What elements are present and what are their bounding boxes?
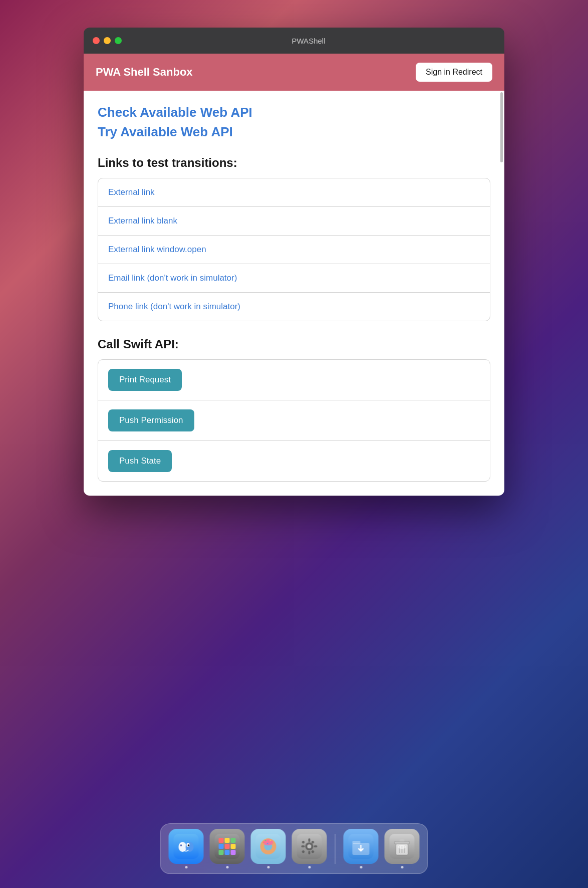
push-state-button[interactable]: Push State <box>108 450 172 472</box>
svg-rect-10 <box>231 838 236 843</box>
dock-divider <box>335 834 336 864</box>
email-link[interactable]: Email link (don't work in simulator) <box>98 264 490 293</box>
dock-item-trash[interactable] <box>385 829 420 868</box>
launchpad-dot <box>226 866 228 868</box>
dock <box>160 823 428 874</box>
app-title: PWA Shell Sanbox <box>96 66 193 79</box>
dock-item-syspref[interactable] <box>292 829 327 868</box>
check-web-api-link[interactable]: Check Available Web API <box>98 105 490 120</box>
donut-icon <box>251 829 286 864</box>
external-link-window-open[interactable]: External link window.open <box>98 236 490 264</box>
dock-item-donut[interactable] <box>251 829 286 868</box>
dock-item-launchpad[interactable] <box>210 829 245 868</box>
svg-rect-30 <box>302 845 305 847</box>
minimize-button[interactable] <box>104 37 111 44</box>
downloads-icon <box>344 829 379 864</box>
scrollbar-thumb[interactable] <box>500 92 503 162</box>
links-list: External link External link blank Extern… <box>98 178 490 321</box>
svg-rect-31 <box>314 845 318 847</box>
svg-point-20 <box>263 839 273 845</box>
maximize-button[interactable] <box>115 37 122 44</box>
external-link-blank[interactable]: External link blank <box>98 207 490 236</box>
svg-rect-28 <box>309 838 311 842</box>
print-request-item: Print Request <box>98 360 490 400</box>
svg-rect-29 <box>309 851 311 854</box>
try-web-api-link[interactable]: Try Available Web API <box>98 124 490 140</box>
svg-point-27 <box>308 844 312 848</box>
svg-rect-9 <box>225 838 230 843</box>
launchpad-icon <box>210 829 245 864</box>
svg-rect-42 <box>395 841 410 844</box>
svg-rect-13 <box>231 844 236 849</box>
links-section-title: Links to test transitions: <box>98 156 490 170</box>
api-buttons-list: Print Request Push Permission Push State <box>98 359 490 482</box>
finder-dot <box>185 866 187 868</box>
svg-rect-43 <box>400 839 405 841</box>
dock-container <box>160 823 428 874</box>
dock-item-finder[interactable] <box>169 829 204 868</box>
main-content: Check Available Web API Try Available We… <box>84 91 504 496</box>
donut-dot <box>267 866 269 868</box>
svg-rect-8 <box>219 838 224 843</box>
phone-link[interactable]: Phone link (don't work in simulator) <box>98 293 490 321</box>
svg-point-2 <box>186 842 194 852</box>
svg-rect-38 <box>353 841 361 844</box>
svg-point-6 <box>188 844 189 846</box>
svg-point-47 <box>398 845 406 849</box>
syspref-dot <box>308 866 311 868</box>
print-request-button[interactable]: Print Request <box>108 369 182 391</box>
traffic-lights <box>93 37 122 44</box>
content-scroll-area: Check Available Web API Try Available We… <box>84 91 504 496</box>
dock-item-downloads[interactable] <box>344 829 379 868</box>
external-link[interactable]: External link <box>98 178 490 207</box>
window-title: PWAShell <box>122 37 495 45</box>
title-bar: PWAShell <box>84 28 504 54</box>
push-permission-button[interactable]: Push Permission <box>108 409 194 431</box>
close-button[interactable] <box>93 37 100 44</box>
header-bar: PWA Shell Sanbox Sign in Redirect <box>84 54 504 91</box>
downloads-dot <box>360 866 362 868</box>
push-permission-item: Push Permission <box>98 400 490 441</box>
trash-dot <box>401 866 403 868</box>
svg-rect-16 <box>231 850 236 855</box>
trash-icon <box>385 829 420 864</box>
svg-rect-12 <box>225 844 230 849</box>
svg-point-1 <box>179 842 187 852</box>
svg-point-4 <box>180 844 182 846</box>
app-window: PWAShell PWA Shell Sanbox Sign in Redire… <box>84 28 504 496</box>
push-state-item: Push State <box>98 441 490 481</box>
svg-rect-11 <box>219 844 224 849</box>
svg-rect-15 <box>225 850 230 855</box>
svg-rect-14 <box>219 850 224 855</box>
finder-icon <box>169 829 204 864</box>
api-section-title: Call Swift API: <box>98 337 490 351</box>
system-preferences-icon <box>292 829 327 864</box>
sign-in-redirect-button[interactable]: Sign in Redirect <box>416 63 492 82</box>
